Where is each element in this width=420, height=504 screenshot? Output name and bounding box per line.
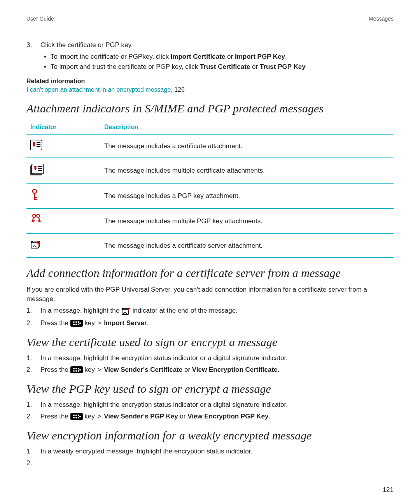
- step-number: 1.: [26, 448, 40, 455]
- step-number: 2.: [26, 366, 40, 374]
- bold-text: Trust PGP Key: [260, 63, 306, 70]
- certificate-server-indicator-icon: [121, 307, 131, 315]
- text: indicator at the end of the message.: [133, 307, 238, 314]
- sec5-step1: 1. In a weakly encrypted message, highli…: [26, 448, 394, 455]
- bold-text: View Sender's Certificate: [104, 366, 182, 373]
- step-number: 1.: [26, 307, 40, 315]
- step-body: Press the key > View Sender's PGP Key or…: [40, 413, 394, 420]
- description-cell: The message includes a PGP key attachmen…: [100, 183, 394, 208]
- text: To import and trust the certificate or P…: [51, 63, 200, 70]
- related-info-heading: Related information: [26, 78, 394, 85]
- section-title-attachment-indicators: Attachment indicators in S/MIME and PGP …: [26, 102, 394, 115]
- certificate-attachment-icon: [30, 140, 42, 152]
- section-title-view-pgp-key: View the PGP key used to sign or encrypt…: [26, 382, 394, 396]
- svg-point-29: [73, 324, 75, 325]
- text: .: [147, 319, 149, 327]
- sub-bullet-1: To import the certificate or PGPkey, cli…: [51, 53, 394, 61]
- sec2-step2: 2. Press the key > Import Server.: [26, 319, 394, 327]
- section-title-add-connection: Add connection information for a certifi…: [26, 266, 394, 280]
- indicator-table: Indicator Description The message includ…: [26, 121, 394, 258]
- svg-point-45: [78, 415, 79, 416]
- sec4-step2: 2. Press the key > View Sender's PGP Key…: [26, 413, 394, 420]
- text: Press the: [40, 319, 70, 327]
- description-cell: The message includes a certificate serve…: [100, 234, 394, 257]
- svg-point-40: [79, 369, 81, 371]
- table-row: The message includes a PGP key attachmen…: [26, 183, 394, 208]
- step-text: [40, 459, 394, 467]
- indicator-cell: [26, 183, 100, 208]
- sec5-step2: 2.: [26, 459, 394, 467]
- svg-point-37: [75, 370, 77, 372]
- svg-point-38: [78, 368, 79, 369]
- svg-point-42: [75, 415, 77, 416]
- svg-point-46: [78, 417, 79, 418]
- text: Press the: [40, 366, 70, 373]
- step-text: In a weakly encrypted message, highlight…: [40, 448, 394, 455]
- indicator-cell: [26, 234, 100, 257]
- bold-text: View Encryption Certificate: [192, 366, 278, 373]
- svg-rect-18: [32, 221, 34, 222]
- svg-point-43: [73, 417, 75, 418]
- bold-text: Import Server: [104, 319, 147, 327]
- description-cell: The message includes a certificate attac…: [100, 134, 394, 158]
- svg-rect-22: [38, 221, 40, 222]
- blackberry-menu-key-icon: [70, 366, 83, 373]
- sec3-step1: 1. In a message, highlight the encryptio…: [26, 354, 394, 362]
- bold-text: View Encryption PGP Key: [187, 413, 268, 420]
- svg-point-39: [78, 370, 79, 372]
- text: key: [84, 366, 94, 373]
- pgp-key-attachment-icon: [30, 189, 39, 203]
- separator: >: [96, 319, 103, 327]
- svg-point-30: [75, 324, 77, 325]
- text: .: [285, 53, 287, 60]
- step-number: 2.: [26, 413, 40, 420]
- sec3-step2: 2. Press the key > View Sender's Certifi…: [26, 366, 394, 374]
- text: .: [278, 366, 280, 373]
- svg-point-41: [73, 415, 75, 416]
- svg-point-36: [73, 370, 75, 372]
- svg-point-31: [78, 321, 79, 323]
- text: or: [178, 413, 188, 420]
- svg-point-15: [32, 214, 36, 218]
- header-left: User Guide: [26, 16, 54, 22]
- header-right: Messages: [369, 16, 394, 22]
- svg-rect-13: [35, 197, 37, 198]
- svg-point-1: [33, 142, 35, 144]
- th-description: Description: [100, 121, 394, 134]
- step-body: Press the key > Import Server.: [40, 319, 394, 327]
- related-link[interactable]: I can't open an attachment in an encrypt…: [26, 86, 173, 93]
- svg-point-26: [127, 308, 129, 310]
- indicator-cell: [26, 208, 100, 234]
- svg-rect-14: [35, 199, 37, 200]
- separator: >: [96, 413, 103, 420]
- blackberry-menu-key-icon: [70, 320, 83, 327]
- step-number: 2.: [26, 459, 40, 467]
- bold-text: Import PGP Key: [235, 53, 285, 60]
- svg-point-7: [34, 166, 37, 168]
- sec2-step1: 1. In a message, highlight the indicator…: [26, 307, 394, 315]
- th-indicator: Indicator: [26, 121, 100, 134]
- separator: >: [96, 366, 103, 373]
- svg-point-33: [79, 322, 81, 324]
- step-text: Click the certificate or PGP key.: [40, 41, 394, 49]
- table-row: The message includes a certificate attac…: [26, 134, 394, 158]
- step-body: Press the key > View Sender's Certificat…: [40, 366, 394, 374]
- section-title-view-certificate: View the certificate used to sign or enc…: [26, 336, 394, 349]
- certificate-server-attachment-icon: [30, 240, 41, 252]
- svg-point-35: [75, 368, 77, 369]
- text: .: [268, 413, 270, 420]
- step-3-sublist: To import the certificate or PGPkey, cli…: [26, 53, 394, 71]
- step-3: 3. Click the certificate or PGP key.: [26, 41, 394, 49]
- document-page: User Guide Messages 3. Click the certifi…: [0, 0, 420, 504]
- svg-point-34: [73, 368, 75, 369]
- description-cell: The message includes multiple certificat…: [100, 158, 394, 183]
- text: Press the: [40, 413, 70, 420]
- text: key: [84, 319, 94, 327]
- svg-point-19: [36, 214, 40, 218]
- table-row: The message includes a certificate serve…: [26, 234, 394, 257]
- step-body: In a message, highlight the indicator at…: [40, 307, 394, 315]
- step-number: 2.: [26, 319, 40, 327]
- bold-text: Import Certificate: [171, 53, 226, 60]
- description-cell: The message includes multiple PGP key at…: [100, 208, 394, 234]
- step-number: 1.: [26, 354, 40, 362]
